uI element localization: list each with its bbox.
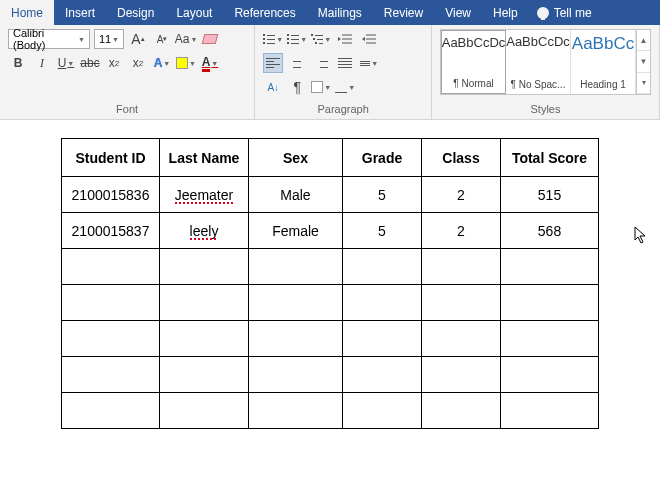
tab-layout[interactable]: Layout: [165, 0, 223, 25]
table-cell[interactable]: [422, 249, 501, 285]
table-cell[interactable]: [422, 393, 501, 429]
table-cell[interactable]: [62, 285, 160, 321]
table-cell[interactable]: 515: [501, 177, 599, 213]
table-cell[interactable]: [422, 321, 501, 357]
table-row[interactable]: [62, 393, 599, 429]
sort-button[interactable]: A↓: [263, 77, 283, 97]
align-left-button[interactable]: [263, 53, 283, 73]
italic-button[interactable]: I: [32, 53, 52, 73]
tab-review[interactable]: Review: [373, 0, 434, 25]
tab-insert[interactable]: Insert: [54, 0, 106, 25]
tab-mailings[interactable]: Mailings: [307, 0, 373, 25]
increase-indent-button[interactable]: [359, 29, 379, 49]
column-header[interactable]: Grade: [343, 139, 422, 177]
table-cell[interactable]: [160, 321, 249, 357]
table-cell[interactable]: [160, 285, 249, 321]
table-cell[interactable]: 2: [422, 213, 501, 249]
strikethrough-button[interactable]: abc: [80, 53, 100, 73]
shading-button[interactable]: ▼: [311, 77, 331, 97]
table-cell[interactable]: [501, 285, 599, 321]
bullets-button[interactable]: ▼: [263, 29, 283, 49]
bold-button[interactable]: B: [8, 53, 28, 73]
table-row[interactable]: [62, 249, 599, 285]
style-normal[interactable]: AaBbCcDc ¶ Normal: [441, 30, 506, 94]
table-cell[interactable]: 5: [343, 213, 422, 249]
align-right-button[interactable]: [311, 53, 331, 73]
tab-view[interactable]: View: [434, 0, 482, 25]
column-header[interactable]: Sex: [249, 139, 343, 177]
table-cell[interactable]: [62, 249, 160, 285]
table-cell[interactable]: Female: [249, 213, 343, 249]
column-header[interactable]: Last Name: [160, 139, 249, 177]
numbering-button[interactable]: ▼: [287, 29, 307, 49]
table-cell[interactable]: [343, 285, 422, 321]
table-row[interactable]: [62, 285, 599, 321]
table-cell[interactable]: [422, 285, 501, 321]
table-row[interactable]: [62, 357, 599, 393]
borders-button[interactable]: ▼: [335, 77, 355, 97]
table-cell[interactable]: [62, 393, 160, 429]
table-cell[interactable]: [160, 249, 249, 285]
decrease-indent-button[interactable]: [335, 29, 355, 49]
column-header[interactable]: Total Score: [501, 139, 599, 177]
line-spacing-button[interactable]: ▼: [359, 53, 379, 73]
show-marks-button[interactable]: ¶: [287, 77, 307, 97]
table-cell[interactable]: 568: [501, 213, 599, 249]
gallery-scroll[interactable]: ▲ ▼ ▾: [636, 30, 650, 94]
table-cell[interactable]: [501, 393, 599, 429]
column-header[interactable]: Class: [422, 139, 501, 177]
table-cell[interactable]: leely: [160, 213, 249, 249]
tell-me-search[interactable]: Tell me: [529, 0, 600, 25]
table-cell[interactable]: [249, 285, 343, 321]
highlight-color-button[interactable]: ▼: [176, 53, 196, 73]
underline-button[interactable]: U▼: [56, 53, 76, 73]
subscript-button[interactable]: x2: [104, 53, 124, 73]
table-cell[interactable]: [501, 249, 599, 285]
tab-references[interactable]: References: [223, 0, 306, 25]
table-cell[interactable]: [343, 249, 422, 285]
table-cell[interactable]: [343, 321, 422, 357]
table-cell[interactable]: [160, 357, 249, 393]
table-cell[interactable]: [62, 321, 160, 357]
tab-design[interactable]: Design: [106, 0, 165, 25]
student-table[interactable]: Student IDLast NameSexGradeClassTotal Sc…: [61, 138, 599, 429]
document-area[interactable]: Student IDLast NameSexGradeClassTotal Sc…: [0, 120, 660, 429]
table-cell[interactable]: [501, 321, 599, 357]
tab-help[interactable]: Help: [482, 0, 529, 25]
change-case-button[interactable]: Aa▼: [176, 29, 196, 49]
table-cell[interactable]: [249, 393, 343, 429]
column-header[interactable]: Student ID: [62, 139, 160, 177]
multilevel-list-button[interactable]: ▼: [311, 29, 331, 49]
table-cell[interactable]: [422, 357, 501, 393]
table-cell[interactable]: 5: [343, 177, 422, 213]
table-cell[interactable]: Male: [249, 177, 343, 213]
table-cell[interactable]: [343, 357, 422, 393]
style-no-spacing[interactable]: AaBbCcDc ¶ No Spac...: [506, 30, 571, 94]
font-size-combo[interactable]: 11 ▼: [94, 29, 124, 49]
justify-button[interactable]: [335, 53, 355, 73]
table-cell[interactable]: 2: [422, 177, 501, 213]
table-row[interactable]: [62, 321, 599, 357]
grow-font-button[interactable]: A▴: [128, 29, 148, 49]
table-cell[interactable]: [501, 357, 599, 393]
table-cell[interactable]: [249, 321, 343, 357]
table-cell[interactable]: [62, 357, 160, 393]
table-row[interactable]: 2100015837leelyFemale52568: [62, 213, 599, 249]
text-effects-button[interactable]: A▼: [152, 53, 172, 73]
shrink-font-button[interactable]: A▾: [152, 29, 172, 49]
table-cell[interactable]: [249, 249, 343, 285]
font-name-combo[interactable]: Calibri (Body) ▼: [8, 29, 90, 49]
table-cell[interactable]: [249, 357, 343, 393]
table-cell[interactable]: [160, 393, 249, 429]
table-cell[interactable]: 2100015837: [62, 213, 160, 249]
font-color-button[interactable]: A▼: [200, 53, 220, 73]
table-cell[interactable]: 2100015836: [62, 177, 160, 213]
table-cell[interactable]: Jeemater: [160, 177, 249, 213]
align-center-button[interactable]: [287, 53, 307, 73]
table-cell[interactable]: [343, 393, 422, 429]
table-row[interactable]: 2100015836JeematerMale52515: [62, 177, 599, 213]
clear-formatting-button[interactable]: [200, 29, 220, 49]
style-heading-1[interactable]: AaBbCc Heading 1: [571, 30, 636, 94]
superscript-button[interactable]: x2: [128, 53, 148, 73]
tab-home[interactable]: Home: [0, 0, 54, 25]
